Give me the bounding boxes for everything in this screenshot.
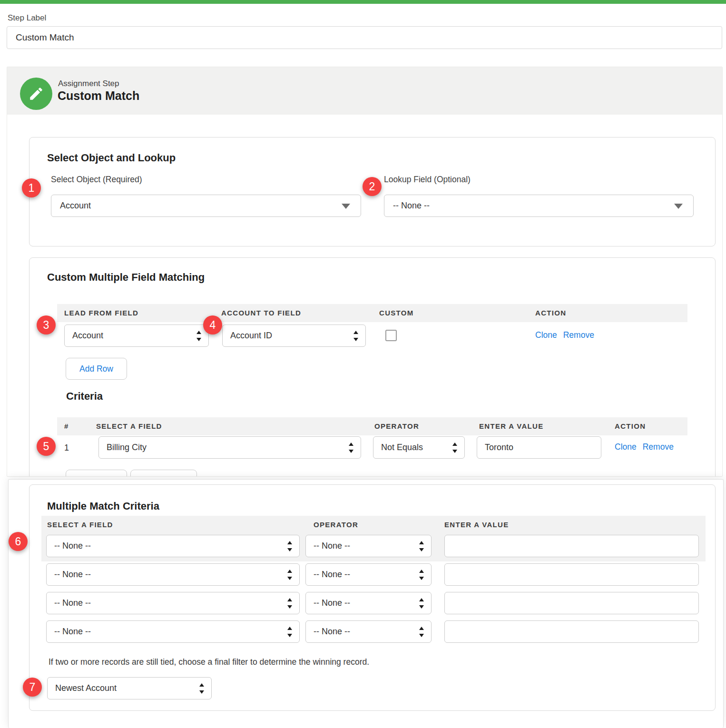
- mm-operator-value: -- None --: [314, 570, 350, 580]
- remove-link[interactable]: Remove: [643, 442, 674, 452]
- col-select-a-field: SELECT A FIELD: [96, 417, 162, 435]
- spinner-arrows-icon: [196, 331, 201, 341]
- spinner-arrows-icon: [419, 598, 424, 609]
- mm-operator-select-4[interactable]: -- None --: [305, 620, 432, 643]
- col-select-a-field: SELECT A FIELD: [47, 516, 113, 534]
- annotation-badge-3: 3: [37, 315, 56, 334]
- spinner-arrows-icon: [287, 541, 292, 551]
- custom-matching-card: Custom Multiple Field Matching LEAD FROM…: [29, 257, 716, 477]
- mm-operator-select-3[interactable]: -- None --: [305, 592, 432, 614]
- criteria-value-input[interactable]: [477, 436, 601, 459]
- mm-field-value: -- None --: [54, 541, 91, 551]
- criteria-row-actions: Clone Remove: [615, 442, 674, 452]
- mm-field-value: -- None --: [54, 627, 91, 637]
- col-lead-from-field: LEAD FROM FIELD: [64, 304, 138, 322]
- mm-field-select-3[interactable]: -- None --: [46, 592, 300, 614]
- mm-value-input-2[interactable]: [444, 563, 699, 586]
- tiebreak-value: Newest Account: [55, 683, 117, 693]
- clone-link[interactable]: Clone: [615, 442, 637, 452]
- col-custom: CUSTOM: [379, 304, 414, 322]
- step-label: Step Label: [8, 13, 46, 23]
- annotation-badge-7: 7: [23, 678, 42, 697]
- spinner-arrows-icon: [287, 627, 292, 637]
- col-account-to-field: ACCOUNT TO FIELD: [221, 304, 301, 322]
- tiebreak-select[interactable]: Newest Account: [47, 677, 212, 699]
- criteria-add-row-button-clipped[interactable]: Add Row: [66, 470, 127, 477]
- chevron-down-icon: [342, 204, 350, 209]
- mm-operator-select-1[interactable]: -- None --: [305, 535, 432, 557]
- mm-value-input-4[interactable]: [444, 620, 699, 643]
- select-object-dropdown[interactable]: Account: [51, 195, 361, 217]
- mm-field-select-2[interactable]: -- None --: [46, 563, 300, 586]
- spinner-arrows-icon: [287, 598, 292, 609]
- mm-field-value: -- None --: [54, 598, 91, 608]
- criteria-table-header: # SELECT A FIELD OPERATOR ENTER A VALUE …: [57, 417, 687, 435]
- spinner-arrows-icon: [419, 627, 424, 637]
- mm-operator-select-2[interactable]: -- None --: [305, 563, 432, 586]
- top-accent-bar: [0, 0, 726, 4]
- criteria-add-match-button-clipped[interactable]: Add Match: [130, 470, 197, 477]
- annotation-badge-4: 4: [203, 315, 222, 334]
- lookup-field-dropdown[interactable]: -- None --: [384, 195, 694, 217]
- assignment-step-panel: Assignment Step Custom Match Select Obje…: [7, 67, 723, 477]
- mm-field-select-1[interactable]: -- None --: [46, 535, 300, 557]
- mm-value-input-3[interactable]: [444, 592, 699, 614]
- custom-checkbox[interactable]: [385, 330, 397, 341]
- mm-value-input-1[interactable]: [444, 535, 699, 557]
- col-number: #: [64, 417, 69, 435]
- criteria-section-title: Criteria: [66, 390, 103, 403]
- multiple-match-card: Multiple Match Criteria SELECT A FIELD O…: [29, 484, 716, 711]
- lead-from-field-value: Account: [72, 331, 103, 341]
- clone-link[interactable]: Clone: [535, 330, 557, 340]
- col-action: ACTION: [535, 304, 566, 322]
- spinner-arrows-icon: [452, 443, 457, 453]
- mm-field-value: -- None --: [54, 570, 91, 580]
- spinner-arrows-icon: [419, 570, 424, 580]
- account-to-field-value: Account ID: [230, 331, 272, 341]
- annotation-badge-1: 1: [22, 178, 41, 197]
- add-row-button[interactable]: Add Row: [66, 358, 127, 380]
- chevron-down-icon: [674, 204, 683, 209]
- mm-operator-value: -- None --: [314, 598, 350, 608]
- spinner-arrows-icon: [349, 443, 353, 453]
- lead-from-field-select[interactable]: Account: [64, 325, 209, 347]
- col-operator: OPERATOR: [374, 417, 419, 435]
- col-enter-a-value: ENTER A VALUE: [479, 417, 544, 435]
- matching-section-title: Custom Multiple Field Matching: [47, 271, 205, 284]
- mm-operator-value: -- None --: [314, 541, 350, 551]
- page: Step Label Assignment Step Custom Match …: [0, 0, 726, 728]
- lookup-field-label: Lookup Field (Optional): [384, 175, 471, 185]
- spinner-arrows-icon: [419, 541, 424, 551]
- annotation-badge-5: 5: [37, 437, 56, 456]
- col-enter-a-value: ENTER A VALUE: [444, 516, 509, 534]
- spinner-arrows-icon: [287, 570, 292, 580]
- select-object-section-title: Select Object and Lookup: [47, 152, 176, 164]
- spinner-arrows-icon: [199, 683, 204, 694]
- annotation-badge-2: 2: [363, 177, 382, 196]
- mm-field-select-4[interactable]: -- None --: [46, 620, 300, 643]
- annotation-badge-6: 6: [9, 532, 28, 551]
- account-to-field-select[interactable]: Account ID: [222, 325, 366, 347]
- spinner-arrows-icon: [353, 331, 358, 341]
- select-object-value: Account: [60, 201, 91, 211]
- step-label-input[interactable]: [7, 26, 722, 49]
- criteria-operator-select[interactable]: Not Equals: [373, 436, 465, 459]
- criteria-field-select[interactable]: Billing City: [98, 436, 361, 459]
- matching-row-actions: Clone Remove: [535, 330, 594, 340]
- mm-operator-value: -- None --: [314, 627, 350, 637]
- criteria-row-number: 1: [64, 443, 69, 453]
- multiple-match-title: Multiple Match Criteria: [47, 500, 159, 512]
- criteria-operator-value: Not Equals: [381, 443, 423, 453]
- assignment-step-header: Assignment Step Custom Match: [7, 67, 722, 115]
- step-type-label: Assignment Step: [58, 79, 119, 89]
- select-object-label: Select Object (Required): [51, 175, 142, 185]
- lookup-field-value: -- None --: [393, 201, 430, 211]
- matching-table-header: LEAD FROM FIELD ACCOUNT TO FIELD CUSTOM …: [57, 304, 687, 322]
- remove-link[interactable]: Remove: [563, 330, 594, 340]
- pencil-icon: [20, 78, 52, 110]
- criteria-field-value: Billing City: [107, 443, 147, 453]
- col-operator: OPERATOR: [314, 516, 358, 534]
- tiebreak-note: If two or more records are still tied, c…: [49, 657, 369, 667]
- step-title: Custom Match: [58, 89, 139, 103]
- col-action: ACTION: [615, 417, 646, 435]
